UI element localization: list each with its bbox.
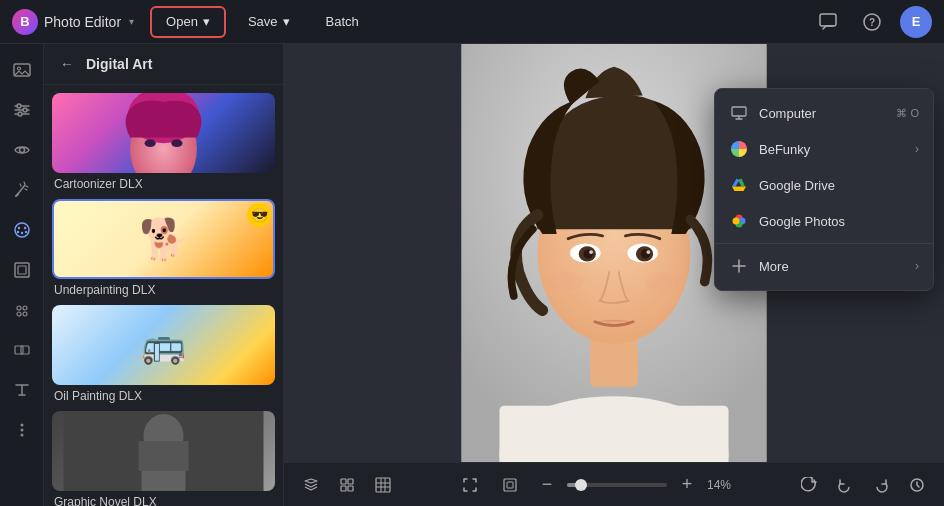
sidebar-item-frames[interactable]	[4, 252, 40, 288]
logo-area[interactable]: B Photo Editor ▾	[12, 9, 134, 35]
svg-rect-64	[504, 479, 516, 491]
panel-title: Digital Art	[86, 56, 152, 72]
app-title-chevron-icon: ▾	[129, 16, 134, 27]
grid-button[interactable]	[368, 470, 398, 500]
art-label-oil-painting: Oil Painting DLX	[52, 389, 275, 403]
save-chevron-icon: ▾	[283, 14, 290, 29]
layers-stack-icon	[303, 477, 319, 493]
panel-items-list: Cartoonizer DLX 🐕 😎 Underpainting DLX 🚌 …	[44, 85, 283, 506]
icon-sidebar	[0, 44, 44, 506]
photo-icon	[13, 61, 31, 79]
sidebar-item-photo[interactable]	[4, 52, 40, 88]
monitor-icon	[731, 106, 747, 120]
eye-icon	[13, 141, 31, 159]
svg-rect-67	[732, 107, 746, 116]
gdrive-logo	[731, 177, 747, 193]
zoom-in-button[interactable]: +	[675, 473, 699, 497]
history-button[interactable]	[902, 470, 932, 500]
google-drive-icon	[729, 175, 749, 195]
bottom-right-controls	[794, 470, 932, 500]
shapes-icon	[13, 341, 31, 359]
zoom-in-icon: +	[682, 474, 693, 495]
sidebar-item-magic[interactable]	[4, 172, 40, 208]
befunky-label: BeFunky	[759, 142, 905, 157]
refresh-button[interactable]	[794, 470, 824, 500]
sidebar-item-more[interactable]	[4, 412, 40, 448]
google-drive-label: Google Drive	[759, 178, 919, 193]
sidebar-item-art[interactable]	[4, 212, 40, 248]
refresh-icon	[801, 477, 817, 493]
sidebar-item-shapes[interactable]	[4, 332, 40, 368]
fit-icon	[502, 477, 518, 493]
zoom-out-button[interactable]: −	[535, 473, 559, 497]
svg-point-12	[15, 223, 29, 237]
befunky-arrow-icon: ›	[915, 142, 919, 156]
befunky-logo	[731, 141, 747, 157]
sidebar-item-eye[interactable]	[4, 132, 40, 168]
list-item[interactable]: 🐕 😎 Underpainting DLX	[52, 199, 275, 297]
svg-point-8	[17, 104, 21, 108]
svg-rect-57	[341, 486, 346, 491]
stack-icon	[339, 477, 355, 493]
sidebar-item-text[interactable]	[4, 372, 40, 408]
fit-button[interactable]	[495, 470, 525, 500]
undo-icon	[837, 477, 853, 493]
app-title: Photo Editor	[44, 14, 121, 30]
dropdown-item-google-photos[interactable]: Google Photos	[715, 203, 933, 239]
svg-point-17	[24, 231, 26, 233]
zoom-percent: 14%	[707, 478, 737, 492]
open-button[interactable]: Open ▾	[150, 6, 226, 38]
cartoonizer-preview	[52, 93, 275, 173]
svg-point-22	[17, 312, 21, 316]
svg-point-10	[18, 112, 22, 116]
svg-point-15	[20, 232, 22, 234]
app-logo: B	[12, 9, 38, 35]
chat-button[interactable]	[812, 6, 844, 38]
fullscreen-button[interactable]	[455, 470, 485, 500]
back-arrow-icon: ←	[60, 56, 74, 72]
svg-point-11	[19, 148, 24, 153]
panel-back-button[interactable]: ←	[56, 54, 78, 74]
layers-button[interactable]	[296, 470, 326, 500]
batch-button[interactable]: Batch	[312, 6, 373, 38]
art-label-graphic-novel: Graphic Novel DLX	[52, 495, 275, 506]
art-thumbnail-oil-painting: 🚌	[52, 305, 275, 385]
computer-label: Computer	[759, 106, 886, 121]
open-dropdown: Computer ⌘ O BeFunky ›	[714, 88, 934, 291]
dropdown-item-computer[interactable]: Computer ⌘ O	[715, 95, 933, 131]
zoom-controls: − + 14%	[535, 473, 737, 497]
panel-sidebar: ← Digital Art	[44, 44, 284, 506]
svg-rect-24	[15, 346, 23, 354]
help-button[interactable]: ?	[856, 6, 888, 38]
oil-painting-preview: 🚌	[141, 324, 186, 366]
dropdown-item-google-drive[interactable]: Google Drive	[715, 167, 933, 203]
save-button[interactable]: Save ▾	[234, 6, 304, 38]
svg-text:?: ?	[869, 17, 875, 28]
list-item[interactable]: Graphic Novel DLX	[52, 411, 275, 506]
frames-icon	[13, 261, 31, 279]
art-icon	[13, 221, 31, 239]
redo-button[interactable]	[866, 470, 896, 500]
graphic-novel-preview	[52, 411, 275, 491]
svg-point-21	[23, 306, 27, 310]
art-label-cartoonizer: Cartoonizer DLX	[52, 177, 275, 191]
open-label: Open	[166, 14, 198, 29]
svg-rect-36	[139, 441, 189, 471]
dropdown-item-befunky[interactable]: BeFunky ›	[715, 131, 933, 167]
svg-rect-55	[341, 479, 346, 484]
sidebar-item-layers[interactable]	[4, 292, 40, 328]
text-icon	[13, 381, 31, 399]
stack-button[interactable]	[332, 470, 362, 500]
list-item[interactable]: Cartoonizer DLX	[52, 93, 275, 191]
undo-button[interactable]	[830, 470, 860, 500]
bottom-left-controls	[296, 470, 398, 500]
dropdown-item-more[interactable]: More ›	[715, 248, 933, 284]
svg-point-23	[23, 312, 27, 316]
svg-point-52	[646, 250, 650, 254]
help-icon: ?	[863, 13, 881, 31]
user-avatar[interactable]: E	[900, 6, 932, 38]
more-plus-icon	[729, 256, 749, 276]
list-item[interactable]: 🚌 Oil Painting DLX	[52, 305, 275, 403]
sidebar-item-adjustments[interactable]	[4, 92, 40, 128]
zoom-slider[interactable]	[567, 483, 667, 487]
